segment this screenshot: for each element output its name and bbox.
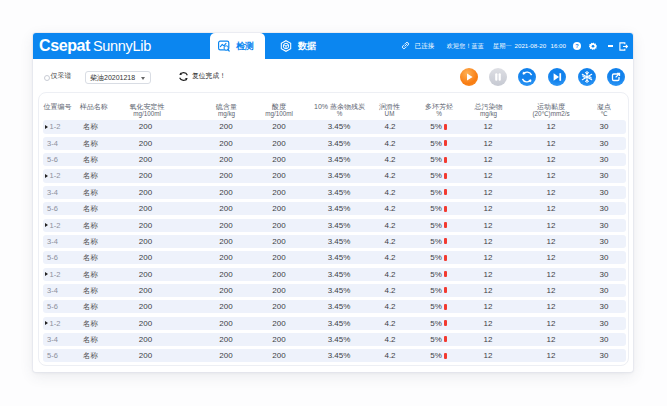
svg-text:?: ? <box>575 43 579 49</box>
